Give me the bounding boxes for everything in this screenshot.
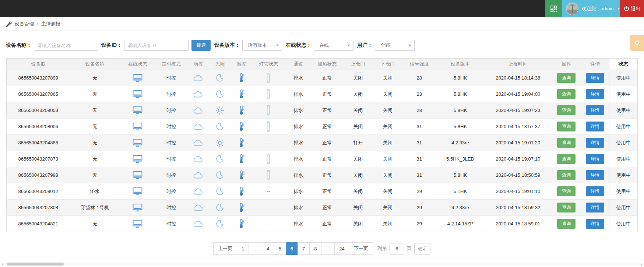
pagination-pages: 上一页1...45678...24下一页 [214, 242, 373, 255]
device-version-select[interactable]: 所有版本 [242, 40, 282, 51]
cell-online [120, 200, 155, 216]
cell-temp [230, 167, 252, 183]
goto-confirm-button[interactable]: 确定 [414, 243, 430, 254]
device-name-input[interactable] [34, 40, 98, 51]
device-version-label: 设备版本： [214, 42, 240, 49]
user-filter-select[interactable]: 全部 [375, 40, 415, 51]
query-button[interactable]: 查询 [557, 73, 576, 83]
detail-button[interactable]: 详情 [586, 186, 604, 196]
query-button[interactable]: 查询 [557, 219, 576, 229]
cell-online [120, 216, 155, 232]
detail-button[interactable]: 详情 [586, 219, 604, 229]
cell-report-time: 2020-04-15 18:59:01 [485, 216, 552, 232]
detail-button[interactable]: 详情 [586, 122, 604, 131]
cell-status: 使用中 [609, 86, 638, 102]
user-menu[interactable]: 欢迎您，admin [562, 0, 620, 17]
thermometer-icon [237, 170, 245, 180]
cell-timer-mode: 时控 [155, 135, 187, 151]
cell-heating: 正常 [312, 200, 343, 216]
cell-signal: 31 [402, 119, 436, 135]
breadcrumb-item-device-management[interactable]: 设备管理 [15, 21, 34, 27]
query-button[interactable]: 查询 [557, 186, 576, 196]
detail-button[interactable]: 详情 [586, 203, 604, 212]
cell-version: 4.2.14.15ZP [436, 216, 484, 232]
cell-version: 5.5HK_3LED [436, 151, 484, 167]
cell-heating: 正常 [312, 216, 343, 232]
cell-online [120, 102, 155, 119]
cell-timer-mode: 时控 [155, 216, 187, 232]
filter-button[interactable]: 筛选 [191, 40, 211, 51]
breadcrumb: 设备管理 › 虫情测报 [0, 17, 644, 31]
scrollbar-thumb[interactable] [7, 263, 64, 266]
cell-online [120, 151, 155, 167]
cell-signal: 31 [402, 151, 436, 167]
query-button[interactable]: 查询 [557, 138, 576, 148]
device-id-input[interactable] [124, 40, 189, 51]
query-button[interactable]: 查询 [557, 105, 576, 115]
column-header: 定时模式 [155, 59, 187, 70]
page-button-4[interactable]: 4 [262, 242, 274, 255]
cell-timer-mode: 时控 [155, 183, 187, 200]
cell-light [210, 183, 231, 200]
detail-button[interactable]: 详情 [586, 138, 604, 148]
thermometer-icon [237, 105, 245, 115]
cell-report-time: 2020-04-15 18:57:37 [485, 119, 552, 135]
cloud-icon [193, 90, 204, 98]
query-button[interactable]: 查询 [557, 203, 576, 212]
cell-device-id: 865650043207865 [7, 86, 70, 102]
cloud-icon [193, 74, 204, 82]
cell-temp [230, 86, 252, 102]
cloud-icon [193, 106, 204, 114]
detail-button[interactable]: 详情 [586, 105, 604, 115]
scrollbar-track[interactable] [5, 262, 639, 266]
page-button-24[interactable]: 24 [334, 242, 349, 255]
next-page-button[interactable]: 下一页 [349, 242, 373, 255]
page-button-1[interactable]: 1 [237, 242, 249, 255]
detail-button[interactable]: 详情 [586, 154, 604, 164]
cell-channel: 排水 [285, 70, 312, 86]
qr-code-button[interactable] [545, 0, 562, 17]
query-button[interactable]: 查询 [557, 122, 576, 131]
cell-signal: 28 [402, 70, 436, 86]
goto-page-input[interactable] [390, 243, 404, 254]
table-row: 865650043204821无时控--排水正常关闭关闭294.2.14.15Z… [7, 216, 638, 232]
scroll-right-arrow[interactable]: › [639, 261, 644, 267]
thermometer-icon [237, 186, 245, 196]
cell-detail: 详情 [581, 135, 609, 151]
query-button[interactable]: 查询 [557, 89, 576, 99]
cell-timer-mode: 时控 [155, 86, 187, 102]
cell-version: 5.8HK [436, 167, 484, 183]
cell-light [210, 167, 231, 183]
thermometer-icon [237, 154, 245, 164]
page-button-6[interactable]: 6 [286, 242, 298, 255]
qr-code-icon [550, 6, 557, 12]
cell-lamp [252, 102, 285, 119]
cell-rain [187, 135, 210, 151]
settings-button[interactable] [630, 35, 644, 51]
detail-button[interactable]: 详情 [586, 170, 604, 180]
query-button[interactable]: 查询 [557, 170, 576, 180]
page-button-8[interactable]: 8 [309, 242, 321, 255]
table-row: 865650043207899无时控排水正常关闭关闭285.8HK2020-04… [7, 70, 638, 86]
page-button-7[interactable]: 7 [298, 242, 310, 255]
moon-icon [216, 171, 224, 179]
logout-button[interactable]: 退出 [620, 0, 644, 17]
detail-button[interactable]: 详情 [586, 89, 604, 99]
table-row: 865650043207873无时控排水正常关闭关闭315.5HK_3LED20… [7, 151, 638, 167]
power-icon [624, 6, 629, 11]
online-status-select[interactable]: 在线 [314, 40, 353, 51]
query-button[interactable]: 查询 [557, 154, 576, 164]
tube-icon [266, 73, 271, 83]
detail-button[interactable]: 详情 [586, 73, 604, 83]
table-row: 865650043208012沁水时控--排水正常关闭关闭295.1HK2020… [7, 183, 638, 200]
breadcrumb-item-pest-report: 虫情测报 [41, 21, 60, 27]
table-row: 865650043208004无时控排水正常关闭关闭315.8HK2020-04… [7, 119, 638, 135]
scroll-left-arrow[interactable]: ‹ [0, 261, 5, 267]
cell-report-time: 2020-04-15 19:01:10 [485, 183, 552, 200]
page-button-5[interactable]: 5 [274, 242, 286, 255]
cell-online [120, 183, 155, 200]
cell-lamp: -- [252, 200, 285, 216]
column-header: 雨控 [187, 59, 210, 70]
prev-page-button[interactable]: 上一页 [213, 242, 237, 255]
cell-action: 查询 [552, 86, 581, 102]
